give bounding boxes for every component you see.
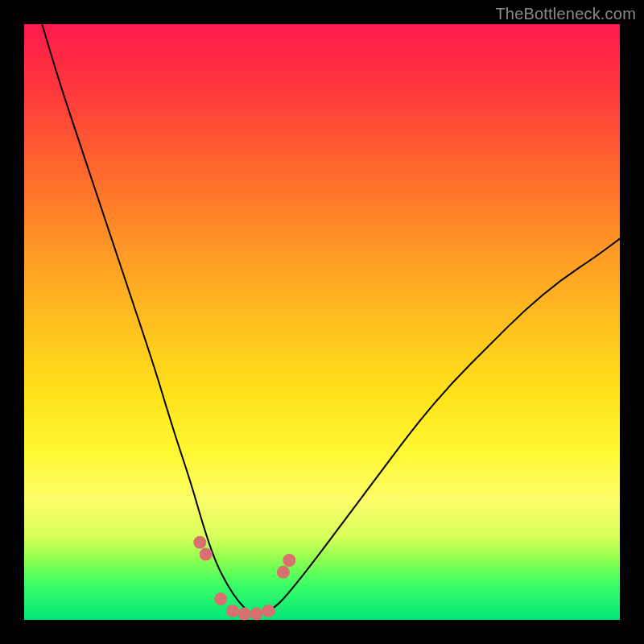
cluster-point [283,554,295,567]
cluster-point [226,605,239,617]
cluster-point [250,608,263,621]
chart-frame: TheBottleneck.com [0,0,644,644]
bottom-cluster-markers [193,536,295,621]
bottleneck-curve [42,24,620,614]
cluster-point [277,566,290,579]
cluster-point [193,536,206,549]
cluster-point [238,608,251,621]
cluster-point [200,548,213,561]
cluster-point [262,605,275,617]
cluster-point [214,592,227,605]
watermark-text: TheBottleneck.com [495,5,636,23]
plot-area [24,24,620,620]
chart-svg [24,24,620,620]
